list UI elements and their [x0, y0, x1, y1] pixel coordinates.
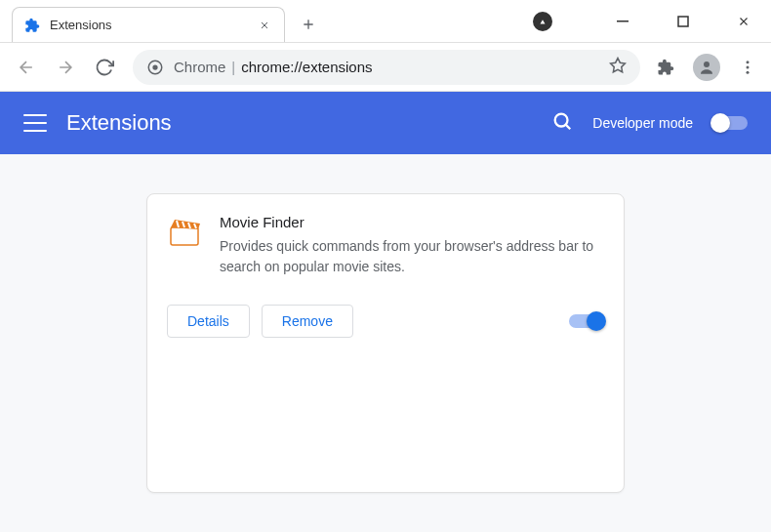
chrome-icon — [146, 59, 164, 76]
close-icon[interactable] — [257, 18, 272, 33]
extension-card: Movie Finder Provides quick commands fro… — [146, 193, 625, 493]
minimize-button[interactable] — [603, 7, 642, 36]
svg-marker-4 — [611, 58, 626, 71]
window-controls — [533, 0, 771, 42]
extensions-header: Extensions Developer mode — [0, 92, 771, 154]
details-button[interactable]: Details — [167, 305, 250, 338]
back-button[interactable] — [10, 51, 43, 84]
tab-strip: Extensions — [0, 0, 533, 42]
tab-title: Extensions — [50, 18, 247, 32]
puzzle-icon — [24, 18, 40, 33]
hamburger-menu-icon[interactable] — [23, 111, 47, 135]
svg-point-6 — [747, 61, 750, 63]
extension-description: Provides quick commands from your browse… — [220, 236, 604, 277]
toolbar-right — [652, 54, 761, 81]
svg-point-9 — [555, 114, 568, 127]
reload-button[interactable] — [88, 51, 121, 84]
developer-mode-label: Developer mode — [592, 115, 693, 131]
svg-point-8 — [747, 70, 750, 73]
star-icon[interactable] — [609, 57, 627, 78]
search-icon[interactable] — [551, 110, 573, 136]
extension-name: Movie Finder — [220, 214, 604, 230]
developer-mode-toggle[interactable] — [712, 116, 748, 130]
url-text: Chrome|chrome://extensions — [174, 59, 373, 75]
new-tab-button[interactable] — [295, 11, 322, 38]
svg-rect-1 — [678, 17, 688, 26]
extension-enable-toggle[interactable] — [569, 314, 604, 328]
forward-button[interactable] — [49, 51, 82, 84]
close-window-button[interactable] — [724, 7, 763, 36]
address-bar[interactable]: Chrome|chrome://extensions — [133, 50, 640, 85]
svg-rect-10 — [171, 227, 198, 245]
svg-point-5 — [704, 61, 710, 67]
menu-icon[interactable] — [734, 54, 761, 81]
browser-toolbar: Chrome|chrome://extensions — [0, 43, 771, 92]
profile-avatar[interactable] — [693, 54, 720, 81]
window-titlebar: Extensions — [0, 0, 771, 43]
clapperboard-icon — [167, 214, 202, 249]
svg-rect-0 — [617, 20, 629, 22]
browser-tab[interactable]: Extensions — [12, 7, 285, 42]
svg-point-7 — [747, 65, 750, 68]
maximize-button[interactable] — [664, 7, 703, 36]
svg-point-3 — [152, 64, 157, 69]
incognito-badge-icon — [533, 12, 552, 31]
extensions-icon[interactable] — [652, 54, 679, 81]
main-content: pcrisk.com Movie Finder Provides quick c… — [0, 154, 771, 532]
page-title: Extensions — [66, 110, 172, 136]
remove-button[interactable]: Remove — [262, 305, 353, 338]
